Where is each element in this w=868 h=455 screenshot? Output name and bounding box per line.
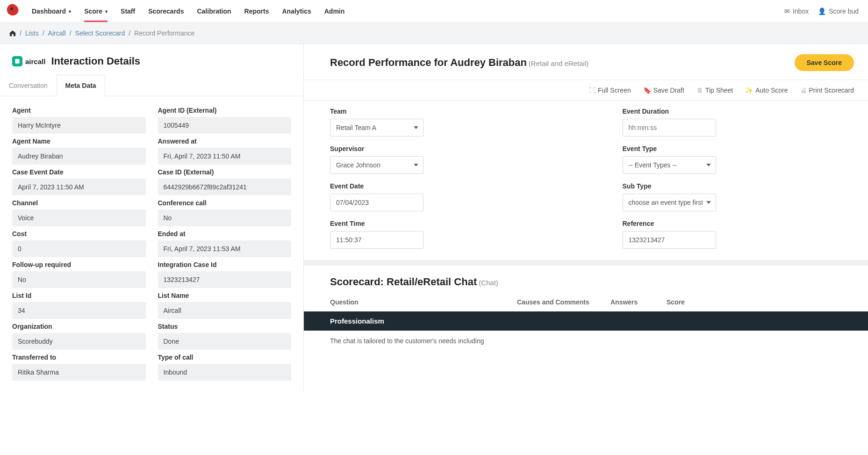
aircall-icon — [12, 56, 22, 66]
meta-field: Agent ID (External)1005449 — [158, 107, 292, 134]
meta-label: Agent — [12, 107, 146, 114]
scorecard-sub: (Chat) — [479, 279, 498, 287]
record-title: Record Performance for Audrey Biraban — [330, 57, 527, 68]
inbox-link[interactable]: ✉Inbox — [784, 7, 809, 15]
meta-label: Agent ID (External) — [158, 107, 292, 114]
full-screen-button[interactable]: ⛶Full Screen — [589, 87, 631, 94]
event-date-input[interactable] — [330, 194, 423, 211]
tip-sheet-button[interactable]: 🗎Tip Sheet — [696, 87, 733, 94]
save-draft-button[interactable]: 🔖Save Draft — [643, 87, 684, 94]
meta-value: 1323213427 — [158, 271, 292, 288]
meta-field: Type of callInbound — [158, 354, 292, 381]
nav-dashboard[interactable]: Dashboard▾ — [32, 1, 71, 22]
tab-metadata[interactable]: Meta Data — [57, 75, 105, 96]
record-subtitle: (Retail and eRetail) — [529, 59, 588, 67]
nav-analytics[interactable]: Analytics — [282, 1, 311, 22]
meta-grid: AgentHarry McIntyreAgent ID (External)10… — [0, 96, 303, 391]
reference-input[interactable] — [623, 231, 716, 249]
toolbar: ⛶Full Screen 🔖Save Draft 🗎Tip Sheet ✨Aut… — [304, 80, 868, 101]
meta-field: Integration Case Id1323213427 — [158, 261, 292, 288]
meta-field: Cost0 — [12, 230, 146, 257]
event-date-label: Event Date — [330, 182, 562, 190]
right-panel: Record Performance for Audrey Biraban (R… — [304, 44, 868, 391]
event-duration-input[interactable] — [623, 119, 716, 137]
sub-type-select[interactable]: choose an event type first — [623, 194, 716, 211]
form-section: TeamRetail Team A Event Duration Supervi… — [304, 101, 868, 266]
breadcrumb-current: Record Performance — [134, 29, 194, 37]
meta-label: Status — [158, 323, 292, 330]
nav-scorecards[interactable]: Scorecards — [148, 1, 184, 22]
left-panel: aircall Interaction Details Conversation… — [0, 44, 304, 391]
company-logo[interactable] — [4, 4, 19, 19]
meta-label: Organization — [12, 323, 146, 330]
wand-icon: ✨ — [745, 87, 753, 94]
meta-label: Case ID (External) — [158, 168, 292, 176]
mail-icon: ✉ — [784, 7, 790, 15]
expand-icon: ⛶ — [589, 87, 595, 94]
save-score-button[interactable]: Save Score — [795, 54, 854, 71]
reference-label: Reference — [623, 220, 854, 227]
event-time-label: Event Time — [330, 220, 562, 227]
caret-icon: ▾ — [69, 9, 71, 14]
col-answers: Answers — [610, 298, 667, 306]
event-type-select[interactable]: -- Event Types -- — [623, 156, 716, 174]
bookmark-icon: 🔖 — [643, 87, 651, 94]
user-menu[interactable]: 👤Score bud — [818, 7, 859, 15]
meta-value: Harry McIntyre — [12, 117, 146, 134]
meta-value: 34 — [12, 302, 146, 319]
top-nav: Dashboard▾ Score▾ Staff Scorecards Calib… — [0, 0, 868, 23]
meta-value: Done — [158, 333, 292, 350]
meta-field: Case ID (External)6442929b6672f89c2af312… — [158, 168, 292, 195]
meta-label: Channel — [12, 199, 146, 207]
breadcrumb-select-scorecard[interactable]: Select Scorecard — [75, 29, 125, 37]
meta-value: 1005449 — [158, 117, 292, 134]
meta-field: List NameAircall — [158, 292, 292, 319]
meta-value: April 7, 2023 11:50 AM — [12, 179, 146, 195]
supervisor-label: Supervisor — [330, 145, 562, 152]
meta-field: Case Event DateApril 7, 2023 11:50 AM — [12, 168, 146, 195]
event-type-label: Event Type — [623, 145, 854, 152]
meta-field: ChannelVoice — [12, 199, 146, 226]
nav-admin[interactable]: Admin — [324, 1, 345, 22]
user-icon: 👤 — [818, 7, 826, 15]
meta-value: Aircall — [158, 302, 292, 319]
meta-field: List Id34 — [12, 292, 146, 319]
auto-score-button[interactable]: ✨Auto Score — [745, 87, 788, 94]
section-row: Professionalism — [304, 311, 868, 331]
nav-right: ✉Inbox 👤Score bud — [784, 7, 859, 15]
meta-label: Follow-up required — [12, 261, 146, 268]
supervisor-select[interactable]: Grace Johnson — [330, 156, 423, 174]
breadcrumb-aircall[interactable]: Aircall — [48, 29, 66, 37]
nav-score[interactable]: Score▾ — [84, 1, 108, 22]
meta-label: Transferred to — [12, 354, 146, 361]
meta-field: AgentHarry McIntyre — [12, 107, 146, 134]
meta-field: Conference callNo — [158, 199, 292, 226]
nav-staff[interactable]: Staff — [121, 1, 135, 22]
meta-label: Cost — [12, 230, 146, 238]
document-icon: 🗎 — [696, 87, 703, 94]
meta-label: Conference call — [158, 199, 292, 207]
breadcrumb-lists[interactable]: Lists — [25, 29, 39, 37]
meta-field: Answered atFri, April 7, 2023 11:50 AM — [158, 137, 292, 165]
meta-value: 0 — [12, 240, 146, 257]
meta-label: Case Event Date — [12, 168, 146, 176]
nav-reports[interactable]: Reports — [244, 1, 269, 22]
left-header: aircall Interaction Details — [0, 44, 303, 75]
print-scorecard-button[interactable]: 🖨Print Scorecard — [800, 87, 854, 94]
event-time-input[interactable] — [330, 231, 423, 249]
interaction-details-title: Interaction Details — [51, 55, 140, 67]
nav-calibration[interactable]: Calibration — [197, 1, 231, 22]
scorecard-title: Scorecard: Retail/eRetail Chat — [330, 276, 477, 288]
home-icon[interactable] — [9, 30, 16, 36]
meta-label: List Name — [158, 292, 292, 299]
question-row: The chat is tailored to the customer's n… — [304, 331, 868, 345]
nav-items: Dashboard▾ Score▾ Staff Scorecards Calib… — [32, 1, 784, 22]
meta-value: Scorebuddy — [12, 333, 146, 350]
team-label: Team — [330, 108, 562, 115]
tab-conversation[interactable]: Conversation — [0, 75, 57, 96]
main: aircall Interaction Details Conversation… — [0, 43, 868, 391]
meta-field: Ended atFri, April 7, 2023 11:53 AM — [158, 230, 292, 257]
team-select[interactable]: Retail Team A — [330, 119, 423, 137]
meta-field: StatusDone — [158, 323, 292, 350]
table-head: Question Causes and Comments Answers Sco… — [304, 293, 868, 311]
